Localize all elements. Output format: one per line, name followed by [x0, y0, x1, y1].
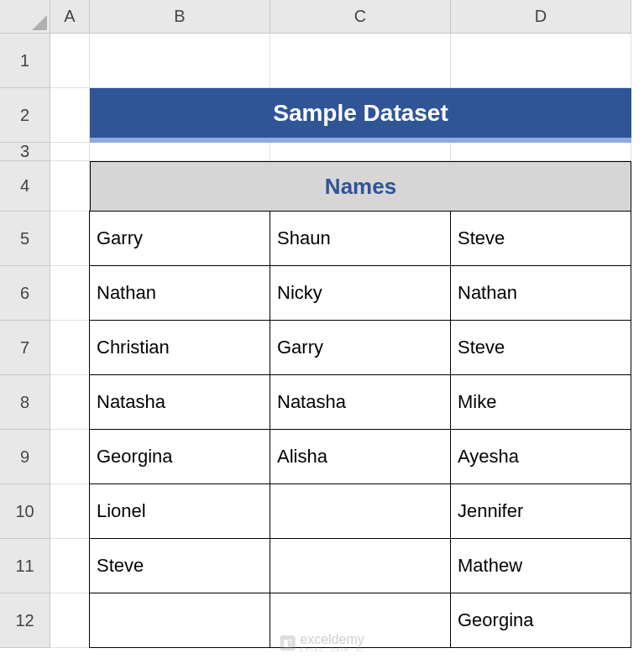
cell-d10[interactable]: Jennifer: [450, 483, 631, 539]
cell-b3[interactable]: [90, 143, 270, 161]
row-header-6[interactable]: 6: [0, 266, 50, 321]
cell-c3[interactable]: [270, 143, 451, 161]
names-header[interactable]: Names: [90, 161, 631, 212]
row-header-10[interactable]: 10: [0, 484, 50, 539]
cell-a4[interactable]: [50, 161, 90, 212]
watermark-main: exceldemy: [300, 633, 364, 646]
watermark-sub: EXCEL · DATA · BI: [300, 646, 364, 652]
cell-d5[interactable]: Steve: [450, 211, 631, 266]
watermark-text: exceldemy EXCEL · DATA · BI: [300, 633, 364, 652]
cell-c8[interactable]: Natasha: [270, 374, 451, 430]
row-header-9[interactable]: 9: [0, 430, 50, 484]
cell-c11[interactable]: [270, 538, 451, 593]
cell-c5[interactable]: Shaun: [270, 211, 451, 266]
cell-d7[interactable]: Steve: [450, 320, 631, 375]
row-header-11[interactable]: 11: [0, 539, 50, 593]
cell-d1[interactable]: [451, 34, 631, 88]
cell-b9[interactable]: Georgina: [89, 429, 270, 484]
cell-d6[interactable]: Nathan: [450, 265, 631, 321]
select-all-corner[interactable]: [0, 0, 50, 34]
cell-a8[interactable]: [50, 375, 90, 430]
cell-c6[interactable]: Nicky: [270, 265, 451, 321]
watermark: ◧ exceldemy EXCEL · DATA · BI: [280, 633, 364, 652]
cell-c9[interactable]: Alisha: [270, 429, 451, 484]
cell-a7[interactable]: [50, 321, 90, 375]
row-header-5[interactable]: 5: [0, 212, 50, 266]
cell-c7[interactable]: Garry: [270, 320, 451, 375]
cell-d9[interactable]: Ayesha: [450, 429, 631, 484]
cell-d11[interactable]: Mathew: [450, 538, 631, 593]
cell-a5[interactable]: [50, 212, 90, 266]
col-header-b[interactable]: B: [90, 0, 270, 34]
spreadsheet-grid: A B C D 1 2 Sample Dataset 3 4 Names 5 G…: [0, 0, 644, 648]
cell-b12[interactable]: [89, 593, 270, 648]
row-header-4[interactable]: 4: [0, 161, 50, 212]
cell-a11[interactable]: [50, 539, 90, 593]
cell-d8[interactable]: Mike: [450, 374, 631, 430]
row-header-7[interactable]: 7: [0, 321, 50, 375]
cell-a1[interactable]: [50, 34, 90, 88]
row-header-1[interactable]: 1: [0, 34, 50, 88]
cell-d3[interactable]: [451, 143, 631, 161]
col-header-a[interactable]: A: [50, 0, 90, 34]
title-cell[interactable]: Sample Dataset: [90, 88, 631, 143]
row-header-12[interactable]: 12: [0, 593, 50, 648]
row-header-3[interactable]: 3: [0, 143, 50, 161]
cell-b1[interactable]: [90, 34, 270, 88]
cell-a3[interactable]: [50, 143, 90, 161]
cell-b7[interactable]: Christian: [89, 320, 270, 375]
cell-a12[interactable]: [50, 593, 90, 648]
cell-a2[interactable]: [50, 88, 90, 143]
cell-a10[interactable]: [50, 484, 90, 539]
cell-b10[interactable]: Lionel: [89, 483, 270, 539]
col-header-d[interactable]: D: [451, 0, 631, 34]
watermark-icon: ◧: [280, 635, 295, 651]
cell-b6[interactable]: Nathan: [89, 265, 270, 321]
cell-d12[interactable]: Georgina: [450, 593, 631, 648]
cell-b8[interactable]: Natasha: [89, 374, 270, 430]
cell-c10[interactable]: [270, 483, 451, 539]
cell-a6[interactable]: [50, 266, 90, 321]
row-header-8[interactable]: 8: [0, 375, 50, 430]
cell-b11[interactable]: Steve: [89, 538, 270, 593]
cell-a9[interactable]: [50, 430, 90, 484]
row-header-2[interactable]: 2: [0, 88, 50, 143]
cell-b5[interactable]: Garry: [89, 211, 270, 266]
cell-c1[interactable]: [270, 34, 451, 88]
col-header-c[interactable]: C: [270, 0, 451, 34]
